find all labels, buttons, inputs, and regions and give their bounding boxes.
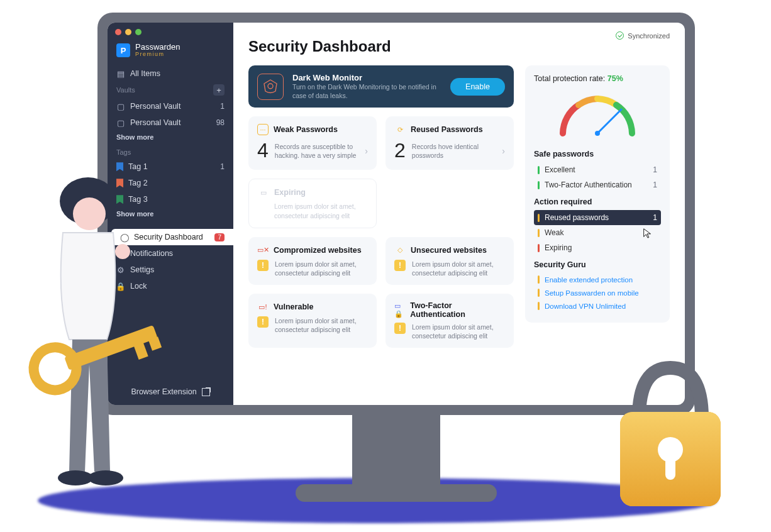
brand: P Passwarden Premium [108,39,233,65]
sidebar-item-security-dashboard[interactable]: ◯Security Dashboard 7 [111,229,233,245]
svg-point-5 [58,470,93,485]
card-desc: Lorem ipsum dolor sit amet, consectetur … [258,202,367,219]
guru-row[interactable]: Enable extended protection [534,273,661,286]
guru-link[interactable]: Enable extended protection [545,276,633,284]
vulnerable-icon: ▭! [257,301,269,313]
vulnerable-card[interactable]: ▭!Vulnerable !Lorem ipsum dolor sit amet… [248,294,377,348]
close-dot-icon[interactable] [115,29,121,35]
svg-line-1 [597,109,621,133]
two-factor-card[interactable]: ▭🔒Two-Factor Authentication !Lorem ipsum… [386,294,514,348]
footer-label: Browser Extension [131,387,196,396]
shield-icon: ◯ [120,233,129,241]
bookmark-icon [116,195,123,204]
compromised-icon: ▭✕ [257,245,269,256]
vault-count: 1 [220,102,225,111]
check-circle-icon [616,31,624,40]
monitor-stand-base [296,484,497,502]
status-bar-icon [538,181,540,189]
action-row-weak[interactable]: Weak [534,225,661,240]
compromised-websites-card[interactable]: ▭✕Compromized websites !Lorem ipsum dolo… [248,237,377,285]
maximize-dot-icon[interactable] [135,29,141,35]
sync-status: Synchronized [616,31,670,40]
card-title: Unsecured websites [411,246,487,255]
status-bar-icon [538,275,540,284]
card-title: Two-Factor Authentication [410,301,505,319]
card-desc: Lorem ipsum dolor sit amet, consectetur … [275,260,368,277]
expiring-card[interactable]: ▭Expiring Lorem ipsum dolor sit amet, co… [248,179,377,228]
status-bar-icon [538,214,540,222]
svg-point-0 [268,84,273,89]
tags-show-more[interactable]: Show more [108,208,233,223]
weak-passwords-card[interactable]: ···Weak Passwords 4 Records are suscepti… [248,116,377,170]
sidebar-tag-item[interactable]: Tag 3 [108,191,233,208]
sync-label: Synchronized [628,32,670,40]
safe-row-twofa[interactable]: Two-Factor Authentication1 [534,177,661,192]
minimize-dot-icon[interactable] [125,29,131,35]
main-content: Synchronized Security Dashboard Dark Web… [233,23,685,405]
card-title: Weak Passwords [274,125,338,134]
sidebar-item-label: Settigs [130,265,154,274]
security-guru-header: Security Guru [534,260,661,269]
status-bar-icon [538,229,540,237]
card-title: Vulnerable [274,302,313,311]
sidebar-item-label: Security Dashboard [134,233,203,241]
reused-icon: ⟳ [394,124,406,135]
sidebar-tag-item[interactable]: Tag 1 1 [108,158,233,175]
browser-extension-link[interactable]: Browser Extension [108,379,233,405]
app-window: P Passwarden Premium ▤All Items Vaults +… [108,23,685,405]
protection-panel: Total protection rate: 75% [525,65,670,323]
sidebar-item-label: Lock [130,282,147,291]
brand-logo-icon: P [116,43,130,57]
action-row-expiring[interactable]: Expiring [534,240,661,255]
vault-icon: ▢ [116,118,125,127]
sidebar-all-items[interactable]: ▤All Items [108,65,233,82]
sidebar-item-label: Personal Vault [130,118,180,127]
card-desc: Records are susceptible to hacking. have… [275,142,359,160]
expiring-icon: ▭ [258,187,269,198]
brand-tier: Premium [135,52,180,58]
card-desc: Lorem ipsum dolor sit amet, consectetur … [412,260,505,277]
unsecured-icon: ◇ [394,245,406,256]
status-bar-icon [538,289,540,297]
svg-point-6 [88,470,123,485]
add-vault-button[interactable]: + [213,84,225,96]
guru-row[interactable]: Download VPN Unlimited [534,299,661,313]
action-row-reused[interactable]: Reused passwords1 [534,210,661,225]
sidebar-item-notifications[interactable]: ♤Notifications [108,245,233,262]
unsecured-websites-card[interactable]: ◇Unsecured websites !Lorem ipsum dolor s… [386,237,514,285]
protection-gauge [534,89,661,140]
status-bar-icon [538,166,540,174]
guru-link[interactable]: Download VPN Unlimited [545,302,626,310]
sidebar-tag-item[interactable]: Tag 2 [108,175,233,191]
dark-web-monitor-banner: Dark Web Monitor Turn on the Dark Web Mo… [248,65,514,108]
card-title: Expiring [274,188,306,197]
svg-point-14 [658,437,683,462]
vault-icon: ▢ [116,102,125,111]
sidebar-vault-item[interactable]: ▢Personal Vault 98 [108,114,233,131]
guru-row[interactable]: Setup Passwarden on mobile [534,286,661,299]
sidebar-item-label: All Items [130,69,160,78]
enable-button[interactable]: Enable [450,78,505,96]
hero-title: Dark Web Monitor [292,73,441,82]
reused-passwords-card[interactable]: ⟳Reused Passwords 2 Records hove identic… [386,116,514,170]
all-items-icon: ▤ [116,69,125,78]
gear-icon: ⚙ [116,265,125,274]
guru-link[interactable]: Setup Passwarden on mobile [545,289,639,297]
warning-icon: ! [257,316,269,328]
weak-count: 4 [257,139,269,162]
warning-icon: ! [394,323,406,334]
lock-icon: 🔒 [116,282,125,291]
tags-header: Tags [108,146,233,158]
sidebar-item-label: Personal Vault [130,102,180,111]
bookmark-icon [116,179,123,187]
vaults-header-label: Vaults [116,86,135,94]
sidebar-item-lock[interactable]: 🔒Lock [108,278,233,294]
sidebar-item-label: Tag 3 [128,195,148,204]
safe-row-excellent[interactable]: Excellent1 [534,162,661,177]
chevron-right-icon: › [365,146,368,156]
safe-passwords-header: Safe passwords [534,150,661,158]
sidebar-item-settings[interactable]: ⚙Settigs [108,262,233,278]
sidebar-vault-item[interactable]: ▢Personal Vault 1 [108,98,233,114]
vaults-show-more[interactable]: Show more [108,131,233,146]
hero-description: Turn on the Dark Web Monitoring to be no… [292,82,441,100]
